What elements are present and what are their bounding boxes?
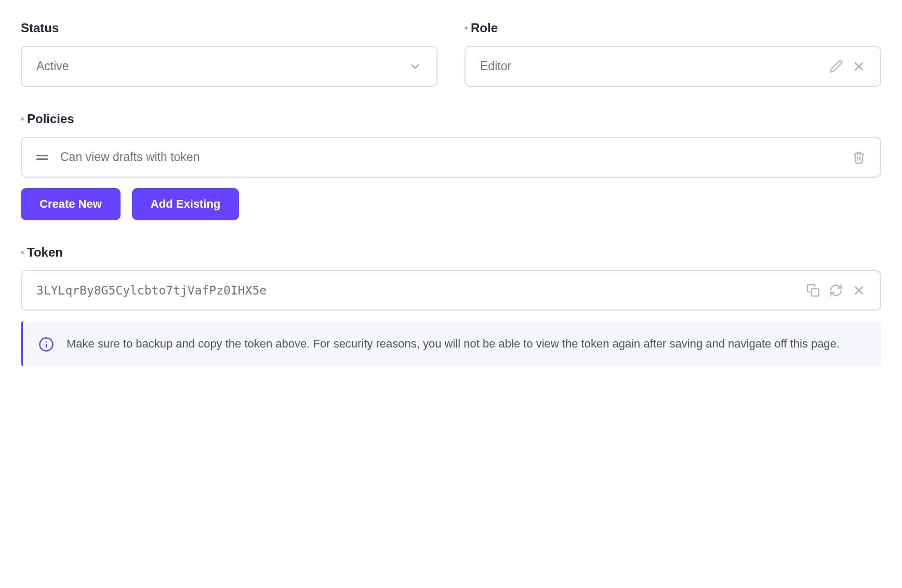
token-label-text: Token bbox=[27, 245, 63, 260]
token-required-dot bbox=[21, 251, 24, 254]
policies-required-dot bbox=[21, 117, 24, 121]
status-select[interactable]: Active bbox=[21, 46, 437, 87]
copy-icon[interactable] bbox=[806, 284, 820, 297]
close-icon[interactable] bbox=[852, 60, 866, 73]
svg-rect-2 bbox=[812, 289, 819, 296]
policy-item-text: Can view drafts with token bbox=[60, 150, 200, 164]
close-icon[interactable] bbox=[852, 284, 866, 297]
token-field: 3LYLqrBy8G5Cylcbto7tjVafPz0IHX5e bbox=[21, 270, 881, 311]
token-info-banner: Make sure to backup and copy the token a… bbox=[21, 321, 881, 366]
status-label: Status bbox=[21, 21, 437, 35]
role-value: Editor bbox=[480, 59, 511, 73]
role-required-dot bbox=[465, 26, 468, 30]
refresh-icon[interactable] bbox=[829, 284, 843, 297]
create-new-button[interactable]: Create New bbox=[21, 188, 121, 220]
chevron-down-icon bbox=[408, 60, 422, 73]
status-label-text: Status bbox=[21, 21, 59, 35]
drag-handle-icon[interactable] bbox=[36, 155, 48, 160]
role-label: Role bbox=[465, 21, 881, 35]
status-value: Active bbox=[36, 59, 69, 73]
pencil-icon[interactable] bbox=[829, 60, 843, 73]
add-existing-button[interactable]: Add Existing bbox=[132, 188, 239, 220]
token-info-text: Make sure to backup and copy the token a… bbox=[67, 335, 840, 353]
token-value: 3LYLqrBy8G5Cylcbto7tjVafPz0IHX5e bbox=[36, 284, 267, 297]
trash-icon[interactable] bbox=[852, 151, 866, 164]
policies-label-text: Policies bbox=[27, 112, 74, 126]
policy-item[interactable]: Can view drafts with token bbox=[21, 137, 881, 178]
policies-label: Policies bbox=[21, 112, 881, 126]
info-icon bbox=[38, 337, 54, 352]
token-label: Token bbox=[21, 245, 881, 260]
role-label-text: Role bbox=[471, 21, 498, 35]
role-field[interactable]: Editor bbox=[465, 46, 881, 87]
